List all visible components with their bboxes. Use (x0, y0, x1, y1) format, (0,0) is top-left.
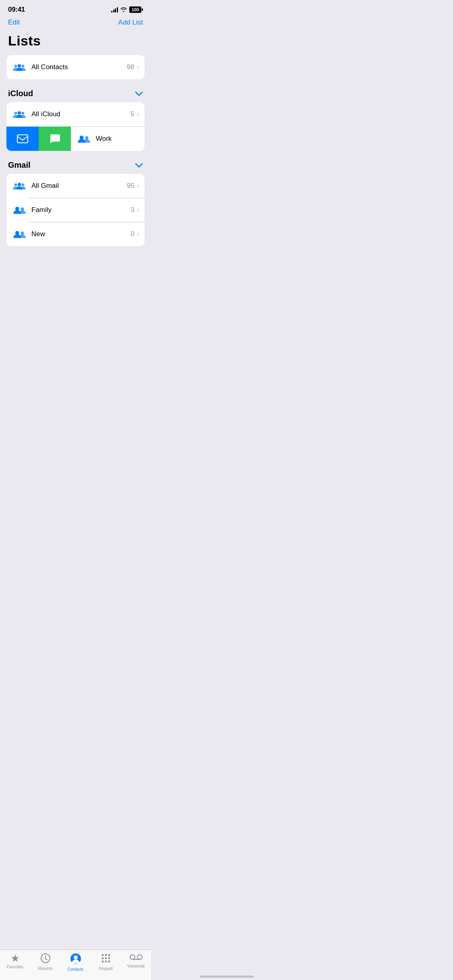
gmail-card: All Gmail 95 › Family 3 › (6, 174, 145, 246)
svg-rect-6 (17, 135, 28, 143)
svg-point-3 (14, 112, 17, 115)
all-contacts-row[interactable]: All Contacts 98 › (6, 55, 145, 79)
all-contacts-icon (12, 60, 27, 74)
svg-point-13 (21, 208, 24, 211)
gmail-section-header[interactable]: Gmail (0, 152, 151, 174)
icloud-chevron-down-icon (135, 91, 143, 97)
work-row-container: Work (6, 126, 145, 151)
gmail-chevron-down-icon (135, 163, 143, 168)
svg-point-2 (21, 65, 24, 68)
family-chevron: › (137, 206, 139, 214)
mail-icon (17, 134, 28, 143)
work-icon (77, 132, 91, 146)
nav-bar: Edit Add List (0, 15, 151, 31)
work-row-content: Work (71, 127, 145, 151)
message-icon (50, 134, 60, 144)
add-list-button[interactable]: Add List (118, 19, 143, 27)
svg-point-0 (14, 65, 17, 68)
all-contacts-count: 98 (127, 63, 134, 71)
swipe-actions (6, 127, 71, 151)
new-count: 0 (130, 230, 134, 238)
all-icloud-label: All iCloud (31, 110, 130, 118)
svg-point-9 (14, 183, 17, 186)
svg-point-5 (21, 112, 24, 115)
all-icloud-chevron: › (137, 111, 139, 118)
signal-bars-icon (111, 7, 118, 12)
icloud-section-title: iCloud (8, 89, 33, 98)
message-swipe-action[interactable] (39, 127, 71, 151)
svg-point-8 (85, 136, 89, 140)
svg-point-11 (21, 183, 24, 186)
mail-swipe-action[interactable] (6, 127, 39, 151)
gmail-section-title: Gmail (8, 161, 31, 170)
svg-point-1 (18, 64, 21, 67)
edit-button[interactable]: Edit (8, 19, 20, 27)
all-contacts-label: All Contacts (31, 63, 127, 71)
status-bar: 09:41 100 (0, 0, 151, 15)
status-icons: 100 (111, 6, 143, 13)
new-row[interactable]: New 0 › (6, 222, 145, 246)
page-title-area: Lists (0, 31, 151, 55)
icloud-section-header[interactable]: iCloud (0, 81, 151, 102)
svg-point-10 (18, 183, 21, 186)
family-icon (12, 203, 27, 217)
all-contacts-card: All Contacts 98 › (6, 55, 145, 79)
all-gmail-row[interactable]: All Gmail 95 › (6, 174, 145, 198)
new-label: New (31, 230, 130, 238)
work-label: Work (96, 135, 139, 143)
all-gmail-count: 95 (127, 182, 134, 190)
svg-point-4 (18, 111, 21, 114)
page-title: Lists (8, 33, 143, 49)
family-count: 3 (130, 206, 134, 214)
new-icon (12, 227, 27, 241)
new-chevron: › (137, 231, 139, 238)
work-swipe-row[interactable]: Work (6, 127, 145, 151)
all-icloud-row[interactable]: All iCloud 5 › (6, 102, 145, 126)
battery-icon: 100 (129, 6, 143, 13)
family-row[interactable]: Family 3 › (6, 198, 145, 222)
family-label: Family (31, 206, 130, 214)
all-gmail-icon (12, 179, 27, 193)
all-contacts-chevron: › (137, 64, 139, 71)
all-icloud-icon (12, 107, 27, 121)
all-gmail-chevron: › (137, 182, 139, 189)
icloud-card: All iCloud 5 › (6, 102, 145, 151)
status-time: 09:41 (8, 6, 25, 14)
all-gmail-label: All Gmail (31, 182, 127, 190)
svg-point-15 (21, 232, 24, 235)
all-icloud-count: 5 (130, 110, 134, 118)
wifi-icon (120, 7, 127, 12)
